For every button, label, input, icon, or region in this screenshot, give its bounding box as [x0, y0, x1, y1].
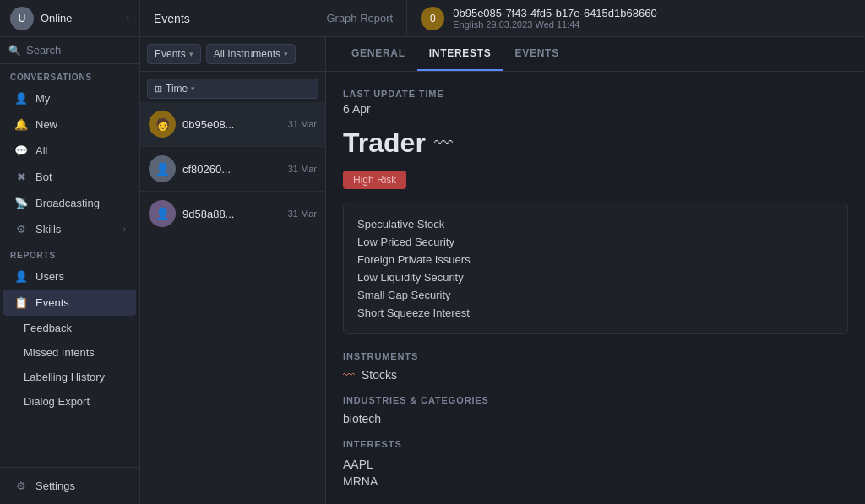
instrument-item: 〰 Stocks: [343, 368, 848, 382]
center-title: Events: [154, 12, 190, 25]
bot-icon: ✖: [14, 171, 29, 183]
top-bar-center: Events Graph Report: [140, 0, 407, 36]
tab-events[interactable]: EVENTS: [503, 37, 571, 71]
instruments-section-label: INSTRUMENTS: [343, 351, 848, 361]
settings-icon: ⚙: [14, 480, 29, 492]
skills-icon: ⚙: [14, 223, 29, 236]
skills-arrow-icon: ›: [123, 225, 126, 234]
reports-section-label: REPORTS: [0, 242, 139, 263]
uuid-label: 0b95e085-7f43-4fd5-b17e-6415d1b68660: [453, 7, 656, 19]
industries-value: biotech: [343, 412, 848, 425]
time-filter-button[interactable]: ⊞ Time ▾: [147, 79, 318, 99]
conv-avatar-2: 👤: [149, 155, 176, 182]
users-icon: 👤: [14, 270, 29, 283]
right-panel: GENERAL INTERESTS EVENTS LAST UPDATE TIM…: [326, 37, 865, 504]
sidebar-item-users[interactable]: 👤 Users: [3, 263, 136, 290]
sidebar-sub-labelling-history[interactable]: Labelling History: [0, 365, 139, 389]
trader-heading: Trader 〰: [343, 127, 848, 159]
last-update-label: LAST UPDATE TIME: [343, 89, 848, 99]
conv-date-2: 31 Mar: [288, 164, 317, 174]
conv-item-1[interactable]: 🧑 0b95e08... 31 Mar: [140, 102, 325, 147]
sidebar-item-settings[interactable]: ⚙ Settings: [3, 473, 136, 499]
conv-item-2[interactable]: 👤 cf80260... 31 Mar: [140, 147, 325, 192]
last-update-value: 6 Apr: [343, 102, 848, 116]
settings-label: Settings: [35, 480, 75, 492]
filter-bar: Events ▾ All Instruments ▾: [140, 37, 325, 72]
sidebar-item-all[interactable]: 💬 All: [3, 138, 136, 164]
sidebar-sub-dialog-export[interactable]: Dialog Export: [0, 389, 139, 414]
sidebar-item-my[interactable]: 👤 My: [3, 85, 136, 111]
risk-item-3: Low Liquidity Security: [357, 268, 834, 286]
conv-avatar-1: 🧑: [149, 111, 176, 138]
events-filter-arrow-icon: ▾: [189, 50, 193, 58]
tabs-bar: GENERAL INTERESTS EVENTS: [326, 37, 865, 72]
conversations-section-label: CONVERSATIONS: [0, 64, 139, 85]
search-box: 🔍: [0, 37, 139, 64]
trader-chart-icon: 〰: [434, 133, 453, 154]
search-input[interactable]: [26, 44, 131, 57]
top-bar-left: U Online ›: [0, 0, 140, 36]
sidebar-sub-missed-intents[interactable]: Missed Intents: [0, 340, 139, 365]
interest-item-1: MRNA: [343, 473, 848, 490]
conv-avatar-3: 👤: [149, 200, 176, 227]
sidebar-item-bot[interactable]: ✖ Bot: [3, 164, 136, 190]
sidebar-item-new[interactable]: 🔔 New: [3, 111, 136, 138]
sidebar-sub-feedback[interactable]: Feedback: [0, 316, 139, 340]
industries-section-label: INDUSTRIES & CATEGORIES: [343, 395, 848, 405]
sidebar-item-new-label: New: [35, 118, 57, 131]
time-filter-label: Time: [166, 83, 188, 95]
sidebar-item-skills[interactable]: ⚙ Skills ›: [3, 216, 136, 242]
sidebar-item-events-label: Events: [35, 296, 69, 309]
events-filter-label: Events: [155, 48, 186, 60]
all-icon: 💬: [14, 144, 29, 157]
main-layout: 🔍 CONVERSATIONS 👤 My 🔔 New 💬 All ✖ Bot 📡…: [0, 37, 865, 504]
uuid-info: 0b95e085-7f43-4fd5-b17e-6415d1b68660 Eng…: [453, 7, 656, 30]
sidebar-item-my-label: My: [35, 92, 50, 105]
conv-item-3[interactable]: 👤 9d58a88... 31 Mar: [140, 192, 325, 236]
missed-intents-label: Missed Intents: [24, 346, 95, 359]
broadcasting-icon: 📡: [14, 197, 29, 209]
events-filter-button[interactable]: Events ▾: [147, 44, 201, 64]
interests-section-label: INTERESTS: [343, 439, 848, 449]
instruments-filter-button[interactable]: All Instruments ▾: [206, 44, 296, 64]
conversation-list: 🧑 0b95e08... 31 Mar 👤 cf80260... 31 Mar …: [140, 102, 325, 504]
risk-item-2: Foreign Private Issuers: [357, 251, 834, 268]
risk-list-box: Speculative Stock Low Priced Security Fo…: [343, 203, 848, 334]
risk-item-0: Speculative Stock: [357, 215, 834, 233]
tab-general[interactable]: GENERAL: [340, 37, 417, 71]
sidebar-item-users-label: Users: [35, 270, 64, 283]
tab-interests[interactable]: INTERESTS: [417, 37, 503, 71]
sidebar-item-bot-label: Bot: [35, 171, 52, 183]
conv-info-2: cf80260...: [182, 161, 288, 176]
sidebar-item-broadcasting-label: Broadcasting: [35, 197, 100, 209]
events-icon: 📋: [14, 296, 29, 309]
risk-item-4: Small Cap Security: [357, 286, 834, 304]
user-avatar: U: [10, 7, 34, 30]
risk-item-5: Short Squeeze Interest: [357, 304, 834, 322]
new-icon: 🔔: [14, 118, 29, 131]
graph-report-button[interactable]: Graph Report: [326, 12, 393, 24]
uuid-avatar: 0: [421, 7, 444, 30]
labelling-history-label: Labelling History: [24, 371, 105, 383]
instruments-filter-arrow-icon: ▾: [284, 50, 288, 58]
sidebar-item-events[interactable]: 📋 Events: [3, 290, 136, 316]
conv-date-3: 31 Mar: [288, 209, 317, 219]
high-risk-badge: High Risk: [343, 171, 406, 189]
sidebar-item-broadcasting[interactable]: 📡 Broadcasting: [3, 190, 136, 216]
interest-item-0: AAPL: [343, 456, 848, 473]
detail-content: LAST UPDATE TIME 6 Apr Trader 〰 High Ris…: [326, 72, 865, 504]
sidebar-item-skills-label: Skills: [35, 223, 61, 236]
online-status: Online: [41, 12, 73, 24]
conv-date-1: 31 Mar: [288, 119, 317, 129]
top-bar-arrow-icon: ›: [127, 14, 129, 23]
search-icon: 🔍: [8, 45, 21, 57]
instrument-wave-icon: 〰: [343, 368, 355, 382]
middle-panel: Events ▾ All Instruments ▾ ⊞ Time ▾ 🧑 0b…: [140, 37, 326, 504]
sidebar-bottom: ⚙ Settings: [0, 467, 139, 504]
conv-name-3: 9d58a88...: [182, 208, 234, 220]
sidebar-item-all-label: All: [35, 144, 47, 157]
risk-item-1: Low Priced Security: [357, 233, 834, 251]
instruments-filter-label: All Instruments: [214, 48, 280, 60]
time-arrow-icon: ▾: [191, 84, 195, 93]
conv-name-2: cf80260...: [182, 163, 231, 176]
